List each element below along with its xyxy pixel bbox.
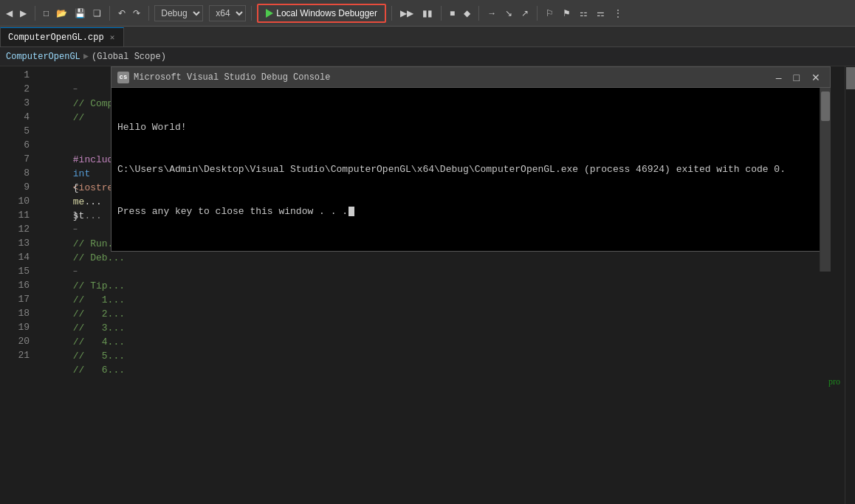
breadcrumb-file[interactable]: ComputerOpenGL xyxy=(6,52,80,62)
scrollbar-thumb[interactable] xyxy=(846,67,855,89)
bookmark-next-button[interactable]: ⚑ xyxy=(560,7,574,20)
fold-2 xyxy=(73,97,82,111)
line-num-20: 20 xyxy=(6,334,30,348)
fold-1[interactable]: − xyxy=(73,83,82,97)
code-line-15: // 1... xyxy=(38,264,845,278)
fold-7 xyxy=(73,167,82,181)
console-scrollbar[interactable] xyxy=(820,88,830,272)
toolbar-nav-group: ◀ ▶ xyxy=(3,7,30,20)
sep8 xyxy=(537,6,538,21)
console-scroll-thumb[interactable] xyxy=(821,92,830,121)
line-num-21: 21 xyxy=(6,348,30,362)
tab-close-icon[interactable]: ✕ xyxy=(109,32,117,42)
debug-console: cs Microsoft Visual Studio Debug Console… xyxy=(111,66,831,252)
fold-9 xyxy=(73,195,82,209)
config-select[interactable]: Debug xyxy=(154,5,203,21)
line-num-8: 8 xyxy=(6,166,30,180)
back-button[interactable]: ◀ xyxy=(3,7,16,20)
code-obscured-8: ... xyxy=(84,210,101,221)
code-line-20: // 6... xyxy=(38,334,845,348)
more-button[interactable]: ⋮ xyxy=(611,7,625,20)
new-project-button[interactable]: □ xyxy=(41,7,52,20)
breadcrumb-scope[interactable]: (Global Scope) xyxy=(92,52,166,62)
console-body[interactable]: Hello World! C:\Users\Admin\Desktop\Visu… xyxy=(111,88,830,251)
tab-computeropengL-cpp[interactable]: ComputerOpenGL.cpp ✕ xyxy=(0,27,124,46)
toolbar-edit-group: ↶ ↷ xyxy=(115,7,143,20)
fold-21 xyxy=(73,363,82,377)
editor-area: 1 2 3 4 5 6 7 8 9 10 11 12 13 14 15 16 1… xyxy=(0,66,855,504)
console-title-text: Microsoft Visual Studio Debug Console xyxy=(134,72,768,83)
line-num-10: 10 xyxy=(6,194,30,208)
editor-scrollbar[interactable] xyxy=(845,66,855,504)
fold-6[interactable]: − xyxy=(73,153,82,167)
console-output-1: Hello World! xyxy=(117,120,824,134)
diagnostics-button[interactable]: ◆ xyxy=(461,7,473,20)
line-num-18: 18 xyxy=(6,306,30,320)
console-maximize-button[interactable]: □ xyxy=(790,72,803,83)
sep4 xyxy=(251,6,252,21)
step-out-button[interactable]: ↗ xyxy=(518,7,532,20)
console-output-3: Press any key to close this window . . . xyxy=(117,204,824,218)
open-button[interactable]: 📂 xyxy=(53,7,70,20)
fold-20 xyxy=(73,349,82,363)
redo-button[interactable]: ↷ xyxy=(130,7,143,20)
fold-14[interactable]: − xyxy=(73,265,82,279)
cursor xyxy=(348,207,354,216)
console-scroll-track[interactable] xyxy=(820,88,831,272)
code-line-21 xyxy=(38,348,845,362)
fold-15 xyxy=(73,279,82,293)
bookmark-prev-button[interactable]: ⚏ xyxy=(577,7,591,20)
sep3 xyxy=(148,6,149,21)
line-num-7: 7 xyxy=(6,152,30,166)
sep7 xyxy=(478,6,479,21)
toolbar-file-group: □ 📂 💾 ❏ xyxy=(41,7,104,20)
step-in-button[interactable]: ↘ xyxy=(502,7,515,20)
console-close-button[interactable]: ✕ xyxy=(808,72,824,83)
sep2 xyxy=(109,6,110,21)
local-debugger-button[interactable]: Local Windows Debugger xyxy=(257,4,386,23)
code-line-16: // 2... xyxy=(38,278,845,292)
sep5 xyxy=(391,6,392,21)
continue-button[interactable]: ▶▶ xyxy=(397,7,416,20)
console-app-icon: cs xyxy=(117,72,129,83)
pause-button[interactable]: ▮▮ xyxy=(419,7,436,20)
bookmark-button[interactable]: ⚐ xyxy=(543,7,557,20)
save-all-button[interactable]: ❏ xyxy=(90,7,104,20)
line-num-4: 4 xyxy=(6,110,30,124)
fold-18 xyxy=(73,321,82,335)
line-num-3: 3 xyxy=(6,96,30,110)
line-num-2: 2 xyxy=(6,82,30,96)
console-output-2: C:\Users\Admin\Desktop\Visual Studio\Com… xyxy=(117,162,824,176)
console-minimize-button[interactable]: – xyxy=(772,72,786,83)
fold-13 xyxy=(73,251,82,265)
fold-16 xyxy=(73,293,82,307)
line-num-6: 6 xyxy=(6,138,30,152)
undo-button[interactable]: ↶ xyxy=(115,7,128,20)
tab-label: ComputerOpenGL.cpp xyxy=(8,32,104,43)
fold-8 xyxy=(73,181,82,195)
line-num-12: 12 xyxy=(6,222,30,236)
play-icon xyxy=(266,9,273,18)
fold-11[interactable]: − xyxy=(73,223,82,237)
fold-3 xyxy=(73,111,82,125)
code-line-14: − // Tip... xyxy=(38,250,845,264)
code-line-19: // 5... xyxy=(38,320,845,334)
forward-button[interactable]: ▶ xyxy=(17,7,30,20)
sep1 xyxy=(35,6,35,21)
line-num-5: 5 xyxy=(6,124,30,138)
fold-19 xyxy=(73,335,82,349)
line-num-16: 16 xyxy=(6,278,30,292)
platform-select[interactable]: x64 xyxy=(209,5,246,21)
breadcrumb-bar: ComputerOpenGL ► (Global Scope) xyxy=(0,47,855,66)
fold-5 xyxy=(73,139,82,153)
bookmark-all-button[interactable]: ⚎ xyxy=(594,7,608,20)
code-line-18: // 4... xyxy=(38,306,845,320)
sep6 xyxy=(441,6,442,21)
toolbar: ◀ ▶ □ 📂 💾 ❏ ↶ ↷ Debug x64 Local Windows … xyxy=(0,0,855,27)
fold-10 xyxy=(73,209,82,223)
line-num-1: 1 xyxy=(6,68,30,82)
step-over-button[interactable]: → xyxy=(484,7,499,20)
save-button[interactable]: 💾 xyxy=(72,7,89,20)
line-num-17: 17 xyxy=(6,292,30,306)
performance-button[interactable]: ■ xyxy=(447,7,458,20)
